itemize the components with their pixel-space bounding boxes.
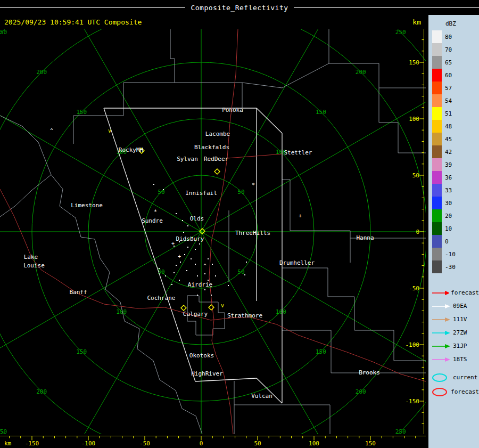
echo-dot [176,213,177,214]
echo-dot [183,232,184,233]
obs-symbol: ^ [50,128,53,134]
status-bar: 2025/09/23 10:59:41 UTC Composite km [0,15,428,29]
dbz-scale-entry: 0 [432,235,479,248]
ring-distance-label: 150 [76,348,87,355]
echo-dot [191,258,192,259]
echo-dot [244,274,245,275]
station-legend-item[interactable]: forecast [432,286,479,299]
title-rule-left [0,7,185,8]
ring-distance-label: 50 [237,189,244,196]
place-label-strathmore: Strathmore [227,312,262,319]
echo-dot [204,273,205,274]
dbz-scale-entry: 65 [432,56,479,69]
title-bar: Composite_Reflectivity [0,0,479,15]
echo-dot [228,285,229,286]
echo-dot [159,268,160,269]
echo-dot [212,264,213,265]
dbz-color-swatch [432,107,442,120]
place-label-rockymh: RockyMH [119,146,143,153]
echo-dot [163,189,164,190]
cell-ellipse-icon [431,387,449,397]
ring-distance-label: 250 [395,428,406,435]
dbz-value-label: 33 [445,187,452,194]
dbz-color-swatch [432,171,442,184]
dbz-value-label: 36 [445,174,452,181]
echo-dot [187,225,188,226]
x-axis-label: -50 [139,440,150,447]
dbz-scale-entry: 60 [432,69,479,82]
axis-unit-bottom: km [4,440,12,447]
scale-title: dBZ [445,20,479,27]
ellipse-label: forecast [451,388,479,395]
place-label-banff: Banff [69,289,87,296]
ring-distance-label: 50 [237,268,244,275]
ring-distance-label: 150 [76,109,87,116]
dbz-value-label: 80 [445,34,452,40]
dbz-color-swatch [432,145,442,158]
x-axis-label: 100 [309,440,319,447]
station-legend-item[interactable]: 31JP [432,339,479,353]
ring-distance-label: 250 [0,29,7,36]
app-title: Composite_Reflectivity [185,4,293,12]
y-axis-label: -150 [406,398,420,405]
place-label-drumheller: Drumheller [279,259,315,266]
ring-distance-label: 100 [276,308,286,315]
station-id-label: 31JP [453,343,467,349]
dbz-value-label: 39 [445,161,452,168]
place-label-highriver: HighRiver [191,370,223,377]
dbz-scale-entry: 48 [432,120,479,133]
dbz-value-label: 45 [445,136,452,143]
y-axis-label: 150 [409,59,419,66]
radar-map[interactable]: 5050505010010010010015015015015020020020… [0,29,428,448]
echo-dot [165,275,166,276]
station-id-label: 27ZW [453,329,467,336]
ring-distance-label: 100 [116,308,127,315]
place-label-lacombe: Lacombe [205,131,230,137]
y-axis-label: 50 [412,172,419,179]
station-legend-item[interactable]: 27ZW [432,326,479,339]
dbz-scale-entry: 30 [432,197,479,209]
obs-symbol: + [299,213,302,219]
trajectory-arrow-icon [432,343,451,349]
dbz-value-label: 30 [445,200,452,207]
dbz-scale-entry: 42 [432,145,479,158]
place-label-didsbury: Didsbury [176,235,204,242]
place-label-ponoka: Ponoka [222,107,243,113]
station-legend-item[interactable]: 111V [432,313,479,326]
dbz-value-label: 54 [445,97,452,104]
obs-symbol: * [154,209,157,215]
y-axis-label: 100 [409,116,419,123]
dbz-value-label: 51 [445,110,452,117]
dbz-scale-entry: 45 [432,133,479,145]
dbz-scale-entry: 80 [432,30,479,43]
dbz-color-swatch [432,82,442,94]
dbz-color-swatch [432,222,442,235]
station-legend-item[interactable]: 09EA [432,299,479,313]
dbz-value-label: 70 [445,46,452,53]
ring-distance-label: 200 [356,69,366,76]
station-legend: forecast09EA111V27ZW31JP18TS [432,286,479,366]
ring-distance-label: 250 [0,428,7,435]
dbz-value-label: 48 [445,123,452,130]
dbz-scale-entry: 33 [432,184,479,197]
dbz-color-swatch [432,260,442,273]
echo-dot [186,270,187,271]
station-legend-item[interactable]: 18TS [432,353,479,366]
dbz-scale-entry: 10 [432,222,479,235]
place-label-hanna: Hanna [356,234,374,241]
y-axis-label: 0 [416,229,419,235]
dbz-scale-entry: 57 [432,82,479,94]
echo-dot [184,254,185,255]
echo-dot [208,280,209,281]
trajectory-arrow-icon [432,290,449,296]
dbz-value-label: 57 [445,85,452,92]
ring-distance-label: 200 [36,69,47,76]
ellipse-legend-item[interactable]: forecast [431,385,479,399]
obs-symbol: * [252,182,255,188]
dbz-color-swatch [432,197,442,209]
echo-dot [199,243,200,245]
echo-dot [204,289,205,290]
ellipse-legend-item[interactable]: current [431,370,479,385]
dbz-scale-entry: -10 [432,248,479,260]
trajectory-arrow-icon [432,356,451,363]
